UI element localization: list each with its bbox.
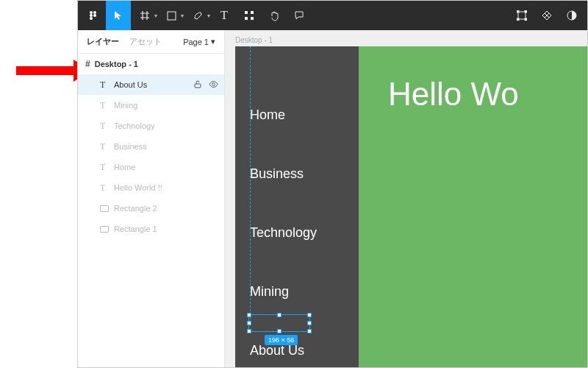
layer-rectangle-1[interactable]: Rectangle 1 [78,219,224,239]
frame-icon: # [85,59,90,69]
nav-home[interactable]: Home [250,104,344,126]
svg-point-4 [90,17,93,20]
component-tool[interactable] [534,1,559,30]
layer-rectangle-2[interactable]: Rectangle 2 [78,198,224,219]
visibility-icon[interactable] [208,80,218,89]
selection-dimensions-badge: 196 × 56 [265,335,298,345]
detach-tool[interactable] [509,1,534,30]
layers-panel: レイヤー アセット Page 1▾ # Desktop - 1 T About … [78,30,225,367]
svg-rect-14 [525,18,527,21]
figma-window: ▾ ▾ ▾ ▾ T [77,0,588,368]
svg-rect-16 [195,84,201,88]
pen-icon [193,10,203,21]
svg-rect-6 [245,11,248,14]
tab-layers[interactable]: レイヤー [87,36,119,47]
svg-rect-13 [517,18,519,21]
cursor-icon [113,10,123,21]
annotation-arrow-top [16,66,75,75]
resources-tool[interactable] [237,1,262,30]
top-toolbar: ▾ ▾ ▾ ▾ T [78,1,587,30]
figma-logo-icon [88,10,98,21]
svg-point-17 [212,83,215,86]
layer-label: Rectangle 1 [114,224,218,233]
svg-rect-12 [525,10,527,13]
text-layer-icon: T [100,162,109,173]
svg-point-0 [90,11,93,14]
layer-list: T About Us TMining TTechnology TBusiness… [78,74,224,367]
text-icon: T [220,9,228,22]
text-layer-icon: T [100,141,109,152]
hand-tool[interactable] [262,1,287,30]
layer-label: Technology [114,121,218,130]
frame-tool[interactable] [132,1,157,30]
resources-icon [244,10,254,21]
layer-label: Business [114,142,218,151]
canvas-frame-label[interactable]: Desktop - 1 [235,36,273,44]
svg-point-3 [93,14,96,17]
mask-icon [567,10,577,21]
alignment-guide [250,46,251,326]
layer-label: Mining [114,101,218,110]
panel-tabs: レイヤー アセット Page 1▾ [78,30,224,54]
hero-text: Hello Wo [388,76,519,112]
svg-rect-11 [517,10,519,13]
bounding-box-icon [517,10,527,21]
layer-about-us[interactable]: T About Us [78,74,224,95]
nav-business[interactable]: Business [250,163,344,185]
selection-outline[interactable] [248,314,310,332]
layer-label: Rectangle 2 [114,204,218,213]
rectangle-icon [167,11,176,21]
frame-row[interactable]: # Desktop - 1 [78,54,224,74]
text-layer-icon: T [100,100,109,111]
text-tool[interactable]: T [212,1,237,30]
mask-tool[interactable] [559,1,584,30]
main-menu-button[interactable] [81,1,106,30]
page-selector[interactable]: Page 1▾ [183,37,215,46]
layer-home[interactable]: THome [78,157,224,177]
layer-hello-world[interactable]: THello World !! [78,177,224,198]
svg-point-1 [93,11,96,14]
svg-rect-9 [251,17,254,20]
tab-assets[interactable]: アセット [129,36,162,47]
nav-technology[interactable]: Technology [250,222,344,244]
page-label: Page 1 [183,38,209,46]
text-layer-icon: T [100,121,109,132]
move-tool[interactable] [106,1,131,30]
frame-name: Desktop - 1 [95,60,138,68]
layer-technology[interactable]: TTechnology [78,116,224,136]
component-icon [542,10,552,21]
pen-tool[interactable] [185,1,210,30]
canvas[interactable]: Desktop - 1 Home Business Technology Min… [225,30,587,367]
svg-rect-5 [168,12,176,20]
comment-tool[interactable] [287,1,312,30]
svg-rect-8 [245,17,248,20]
layer-business[interactable]: TBusiness [78,136,224,157]
layer-label: About Us [114,80,187,89]
layer-label: Hello World !! [114,183,218,192]
layer-mining[interactable]: TMining [78,95,224,116]
chevron-down-icon: ▾ [211,37,215,46]
shape-tool[interactable] [159,1,184,30]
text-layer-icon: T [100,79,109,91]
comment-icon [294,10,304,21]
frame-icon [140,10,150,21]
text-layer-icon: T [100,183,109,194]
hand-icon [269,10,280,21]
rect-layer-icon [100,226,109,233]
svg-point-2 [90,14,93,17]
svg-rect-7 [251,11,254,14]
nav-mining[interactable]: Mining [250,280,344,302]
layer-label: Home [114,163,218,171]
unlock-icon[interactable] [193,80,203,90]
rect-layer-icon [100,205,109,212]
design-hero[interactable]: Hello Wo [359,46,587,367]
